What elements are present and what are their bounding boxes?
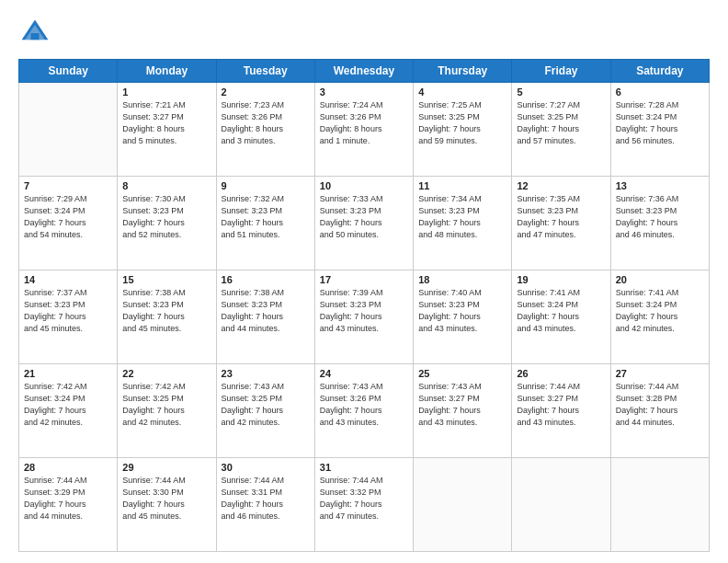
day-number: 15	[122, 274, 210, 285]
day-info: Sunrise: 7:44 AM Sunset: 3:31 PM Dayligh…	[222, 475, 310, 523]
day-info: Sunrise: 7:23 AM Sunset: 3:26 PM Dayligh…	[222, 99, 310, 147]
day-info: Sunrise: 7:25 AM Sunset: 3:25 PM Dayligh…	[418, 99, 506, 147]
calendar-cell: 15Sunrise: 7:38 AM Sunset: 3:23 PM Dayli…	[118, 270, 216, 364]
calendar-cell	[414, 458, 512, 552]
day-number: 1	[122, 86, 210, 98]
day-info: Sunrise: 7:44 AM Sunset: 3:27 PM Dayligh…	[517, 381, 605, 429]
day-info: Sunrise: 7:36 AM Sunset: 3:23 PM Dayligh…	[616, 193, 704, 241]
calendar-cell: 18Sunrise: 7:40 AM Sunset: 3:23 PM Dayli…	[414, 270, 512, 364]
calendar-cell	[512, 458, 610, 552]
calendar-cell: 20Sunrise: 7:41 AM Sunset: 3:24 PM Dayli…	[610, 270, 709, 364]
day-number: 26	[517, 368, 605, 379]
calendar-cell: 12Sunrise: 7:35 AM Sunset: 3:23 PM Dayli…	[512, 177, 610, 270]
day-number: 23	[222, 368, 310, 379]
calendar-header-friday: Friday	[512, 60, 610, 83]
day-info: Sunrise: 7:24 AM Sunset: 3:26 PM Dayligh…	[320, 99, 408, 147]
calendar-cell: 19Sunrise: 7:41 AM Sunset: 3:24 PM Dayli…	[512, 270, 610, 364]
calendar-header-saturday: Saturday	[610, 60, 709, 83]
day-number: 18	[418, 274, 506, 285]
calendar-header-sunday: Sunday	[19, 60, 118, 83]
day-info: Sunrise: 7:30 AM Sunset: 3:23 PM Dayligh…	[122, 193, 210, 241]
day-info: Sunrise: 7:27 AM Sunset: 3:25 PM Dayligh…	[517, 99, 605, 147]
calendar-cell: 31Sunrise: 7:44 AM Sunset: 3:32 PM Dayli…	[314, 458, 413, 552]
calendar-cell: 13Sunrise: 7:36 AM Sunset: 3:23 PM Dayli…	[610, 177, 709, 270]
day-number: 31	[320, 462, 408, 473]
calendar-week-5: 28Sunrise: 7:44 AM Sunset: 3:29 PM Dayli…	[19, 458, 710, 552]
calendar-cell: 29Sunrise: 7:44 AM Sunset: 3:30 PM Dayli…	[118, 458, 216, 552]
day-info: Sunrise: 7:34 AM Sunset: 3:23 PM Dayligh…	[418, 193, 506, 241]
day-info: Sunrise: 7:41 AM Sunset: 3:24 PM Dayligh…	[616, 287, 704, 335]
day-number: 29	[122, 462, 210, 473]
day-info: Sunrise: 7:39 AM Sunset: 3:23 PM Dayligh…	[320, 287, 408, 335]
day-info: Sunrise: 7:29 AM Sunset: 3:24 PM Dayligh…	[24, 193, 112, 241]
logo-icon	[18, 17, 51, 50]
day-number: 27	[616, 368, 704, 379]
day-number: 10	[320, 180, 408, 191]
calendar-cell: 24Sunrise: 7:43 AM Sunset: 3:26 PM Dayli…	[314, 364, 413, 458]
day-info: Sunrise: 7:35 AM Sunset: 3:23 PM Dayligh…	[517, 193, 605, 241]
day-number: 9	[222, 180, 310, 191]
day-number: 3	[320, 86, 408, 98]
calendar-cell: 23Sunrise: 7:43 AM Sunset: 3:25 PM Dayli…	[216, 364, 314, 458]
day-info: Sunrise: 7:44 AM Sunset: 3:30 PM Dayligh…	[122, 475, 210, 523]
day-number: 13	[616, 180, 704, 191]
day-info: Sunrise: 7:41 AM Sunset: 3:24 PM Dayligh…	[517, 287, 605, 335]
day-number: 8	[122, 180, 210, 191]
calendar-cell: 30Sunrise: 7:44 AM Sunset: 3:31 PM Dayli…	[216, 458, 314, 552]
calendar-cell: 22Sunrise: 7:42 AM Sunset: 3:25 PM Dayli…	[118, 364, 216, 458]
day-number: 16	[222, 274, 310, 285]
day-info: Sunrise: 7:44 AM Sunset: 3:28 PM Dayligh…	[616, 381, 704, 429]
calendar-cell	[610, 458, 709, 552]
calendar-header-row: SundayMondayTuesdayWednesdayThursdayFrid…	[19, 60, 710, 83]
calendar-cell	[19, 83, 118, 177]
calendar-cell: 7Sunrise: 7:29 AM Sunset: 3:24 PM Daylig…	[19, 177, 118, 270]
calendar-cell: 10Sunrise: 7:33 AM Sunset: 3:23 PM Dayli…	[314, 177, 413, 270]
logo	[18, 17, 55, 50]
day-number: 2	[222, 86, 310, 98]
calendar-table: SundayMondayTuesdayWednesdayThursdayFrid…	[18, 59, 710, 552]
calendar-cell: 6Sunrise: 7:28 AM Sunset: 3:24 PM Daylig…	[610, 83, 709, 177]
calendar-week-3: 14Sunrise: 7:37 AM Sunset: 3:23 PM Dayli…	[19, 270, 710, 364]
calendar-cell: 3Sunrise: 7:24 AM Sunset: 3:26 PM Daylig…	[314, 83, 413, 177]
day-info: Sunrise: 7:44 AM Sunset: 3:32 PM Dayligh…	[320, 475, 408, 523]
calendar-header-thursday: Thursday	[414, 60, 512, 83]
day-info: Sunrise: 7:37 AM Sunset: 3:23 PM Dayligh…	[24, 287, 112, 335]
day-number: 12	[517, 180, 605, 191]
calendar-cell: 9Sunrise: 7:32 AM Sunset: 3:23 PM Daylig…	[216, 177, 314, 270]
day-number: 6	[616, 86, 704, 98]
day-number: 30	[222, 462, 310, 473]
day-number: 24	[320, 368, 408, 379]
day-info: Sunrise: 7:38 AM Sunset: 3:23 PM Dayligh…	[122, 287, 210, 335]
calendar-cell: 21Sunrise: 7:42 AM Sunset: 3:24 PM Dayli…	[19, 364, 118, 458]
calendar-header-wednesday: Wednesday	[314, 60, 413, 83]
calendar-week-2: 7Sunrise: 7:29 AM Sunset: 3:24 PM Daylig…	[19, 177, 710, 270]
day-info: Sunrise: 7:38 AM Sunset: 3:23 PM Dayligh…	[222, 287, 310, 335]
day-number: 28	[24, 462, 112, 473]
calendar-cell: 14Sunrise: 7:37 AM Sunset: 3:23 PM Dayli…	[19, 270, 118, 364]
calendar-header-monday: Monday	[118, 60, 216, 83]
svg-rect-2	[31, 33, 40, 40]
day-info: Sunrise: 7:43 AM Sunset: 3:27 PM Dayligh…	[418, 381, 506, 429]
calendar-cell: 4Sunrise: 7:25 AM Sunset: 3:25 PM Daylig…	[414, 83, 512, 177]
calendar-cell: 5Sunrise: 7:27 AM Sunset: 3:25 PM Daylig…	[512, 83, 610, 177]
day-info: Sunrise: 7:42 AM Sunset: 3:25 PM Dayligh…	[122, 381, 210, 429]
calendar-cell: 2Sunrise: 7:23 AM Sunset: 3:26 PM Daylig…	[216, 83, 314, 177]
day-info: Sunrise: 7:28 AM Sunset: 3:24 PM Dayligh…	[616, 99, 704, 147]
day-number: 17	[320, 274, 408, 285]
day-number: 14	[24, 274, 112, 285]
day-number: 20	[616, 274, 704, 285]
calendar-cell: 11Sunrise: 7:34 AM Sunset: 3:23 PM Dayli…	[414, 177, 512, 270]
day-info: Sunrise: 7:21 AM Sunset: 3:27 PM Dayligh…	[122, 99, 210, 147]
day-number: 7	[24, 180, 112, 191]
day-number: 19	[517, 274, 605, 285]
calendar-cell: 27Sunrise: 7:44 AM Sunset: 3:28 PM Dayli…	[610, 364, 709, 458]
calendar-cell: 17Sunrise: 7:39 AM Sunset: 3:23 PM Dayli…	[314, 270, 413, 364]
day-info: Sunrise: 7:44 AM Sunset: 3:29 PM Dayligh…	[24, 475, 112, 523]
calendar-cell: 16Sunrise: 7:38 AM Sunset: 3:23 PM Dayli…	[216, 270, 314, 364]
day-number: 22	[122, 368, 210, 379]
calendar-cell: 26Sunrise: 7:44 AM Sunset: 3:27 PM Dayli…	[512, 364, 610, 458]
calendar-week-4: 21Sunrise: 7:42 AM Sunset: 3:24 PM Dayli…	[19, 364, 710, 458]
calendar-cell: 25Sunrise: 7:43 AM Sunset: 3:27 PM Dayli…	[414, 364, 512, 458]
day-number: 25	[418, 368, 506, 379]
day-info: Sunrise: 7:42 AM Sunset: 3:24 PM Dayligh…	[24, 381, 112, 429]
